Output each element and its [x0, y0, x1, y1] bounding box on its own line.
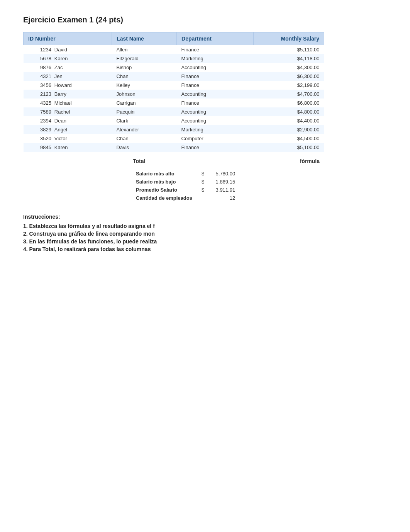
instruction-item: 3. En las fórmulas de las funciones, lo …	[23, 238, 324, 245]
cell-id: 5678	[24, 54, 53, 63]
cell-salary: $2,199.00	[253, 81, 324, 90]
employee-table: ID Number Last Name Department Monthly S…	[23, 32, 324, 152]
cell-firstname: Jen	[53, 72, 112, 81]
instruction-item: 2. Construya una gráfica de linea compar…	[23, 231, 324, 237]
stat-row: Cantidad de empleados 12	[131, 194, 240, 202]
cell-id: 9845	[24, 143, 53, 152]
page-title: Ejercicio Examen 1 (24 pts)	[23, 15, 387, 24]
cell-lastname: Alexander	[112, 125, 177, 134]
cell-lastname: Carrigan	[112, 99, 177, 107]
table-row: 9876 Zac Bishop Accounting $4,300.00	[24, 63, 324, 72]
cell-firstname: Barry	[53, 90, 112, 99]
total-row: Total fórmula	[23, 156, 324, 167]
cell-dept: Accounting	[177, 90, 254, 99]
cell-dept: Computer	[177, 134, 254, 143]
col-department: Department	[177, 32, 254, 45]
instruction-item: 1. Establezca las fórmulas y al resultad…	[23, 223, 324, 229]
cell-firstname: Victor	[53, 134, 112, 143]
cell-dept: Marketing	[177, 125, 254, 134]
cell-firstname: Karen	[53, 143, 112, 152]
table-row: 4321 Jen Chan Finance $6,300.00	[24, 72, 324, 81]
cell-dept: Marketing	[177, 54, 254, 63]
cell-firstname: Howard	[53, 81, 112, 90]
cell-id: 3520	[24, 134, 53, 143]
cell-id: 4321	[24, 72, 53, 81]
summary-section: Total fórmula Salario más alto $ 5,780.0…	[23, 156, 324, 202]
instruction-item: 4. Para Total, lo realizará para todas l…	[23, 246, 324, 252]
cell-id: 3456	[24, 81, 53, 90]
cell-lastname: Allen	[112, 45, 177, 54]
cell-id: 2394	[24, 116, 53, 125]
stat-dollar: $	[197, 170, 209, 178]
stat-label: Cantidad de empleados	[131, 194, 197, 202]
cell-lastname: Chan	[112, 72, 177, 81]
instructions-heading: Instrucciones:	[23, 214, 324, 220]
stat-value: 3,911.91	[209, 186, 240, 194]
table-header-row: ID Number Last Name Department Monthly S…	[24, 32, 324, 45]
cell-dept: Accounting	[177, 107, 254, 116]
stat-row: Salario más bajo $ 1,869.15	[131, 178, 240, 186]
cell-lastname: Fitzgerald	[112, 54, 177, 63]
stat-dollar	[197, 194, 209, 202]
cell-dept: Accounting	[177, 63, 254, 72]
col-last-name: Last Name	[112, 32, 177, 45]
cell-salary: $4,700.00	[253, 90, 324, 99]
cell-dept: Accounting	[177, 116, 254, 125]
cell-salary: $4,800.00	[253, 107, 324, 116]
cell-dept: Finance	[177, 143, 254, 152]
stat-label: Salario más alto	[131, 170, 197, 178]
cell-salary: $4,118.00	[253, 54, 324, 63]
cell-lastname: Chan	[112, 134, 177, 143]
stat-row: Salario más alto $ 5,780.00	[131, 170, 240, 178]
cell-dept: Finance	[177, 45, 254, 54]
cell-salary: $4,400.00	[253, 116, 324, 125]
cell-salary: $2,900.00	[253, 125, 324, 134]
cell-lastname: Clark	[112, 116, 177, 125]
stat-label: Promedio Salario	[131, 186, 197, 194]
table-row: 5678 Karen Fitzgerald Marketing $4,118.0…	[24, 54, 324, 63]
instructions-list: 1. Establezca las fórmulas y al resultad…	[23, 223, 324, 252]
cell-dept: Finance	[177, 99, 254, 107]
table-row: 4325 Michael Carrigan Finance $6,800.00	[24, 99, 324, 107]
cell-salary: $6,300.00	[253, 72, 324, 81]
cell-salary: $6,800.00	[253, 99, 324, 107]
table-row: 1234 David Allen Finance $5,110.00	[24, 45, 324, 54]
cell-id: 4325	[24, 99, 53, 107]
cell-dept: Finance	[177, 81, 254, 90]
cell-id: 9876	[24, 63, 53, 72]
cell-lastname: Bishop	[112, 63, 177, 72]
cell-id: 3829	[24, 125, 53, 134]
stat-value: 5,780.00	[209, 170, 240, 178]
cell-firstname: Rachel	[53, 107, 112, 116]
cell-lastname: Kelley	[112, 81, 177, 90]
formula-label: fórmula	[212, 156, 324, 167]
col-id-number: ID Number	[24, 32, 112, 45]
cell-firstname: Karen	[53, 54, 112, 63]
stat-dollar: $	[197, 186, 209, 194]
instructions-section: Instrucciones: 1. Establezca las fórmula…	[23, 214, 324, 252]
stat-dollar: $	[197, 178, 209, 186]
cell-lastname: Davis	[112, 143, 177, 152]
total-label: Total	[128, 156, 212, 167]
table-row: 3829 Angel Alexander Marketing $2,900.00	[24, 125, 324, 134]
stat-value: 12	[209, 194, 240, 202]
cell-firstname: Michael	[53, 99, 112, 107]
cell-salary: $5,110.00	[253, 45, 324, 54]
table-row: 3456 Howard Kelley Finance $2,199.00	[24, 81, 324, 90]
cell-id: 2123	[24, 90, 53, 99]
stat-row: Promedio Salario $ 3,911.91	[131, 186, 240, 194]
cell-lastname: Johnson	[112, 90, 177, 99]
cell-id: 1234	[24, 45, 53, 54]
cell-salary: $4,300.00	[253, 63, 324, 72]
col-monthly-salary: Monthly Salary	[253, 32, 324, 45]
main-table-container: ID Number Last Name Department Monthly S…	[23, 32, 324, 202]
cell-firstname: David	[53, 45, 112, 54]
cell-firstname: Zac	[53, 63, 112, 72]
cell-dept: Finance	[177, 72, 254, 81]
table-row: 3520 Victor Chan Computer $4,500.00	[24, 134, 324, 143]
cell-id: 7589	[24, 107, 53, 116]
cell-lastname: Pacquin	[112, 107, 177, 116]
table-row: 2123 Barry Johnson Accounting $4,700.00	[24, 90, 324, 99]
cell-salary: $5,100.00	[253, 143, 324, 152]
table-row: 2394 Dean Clark Accounting $4,400.00	[24, 116, 324, 125]
